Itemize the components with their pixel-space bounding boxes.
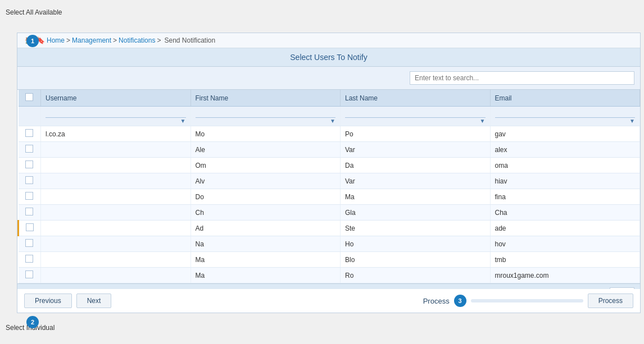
users-table: Username First Name Last Name Email ▼ xyxy=(17,90,640,283)
cell-username xyxy=(41,158,191,173)
filter-icon-firstname[interactable]: ▼ xyxy=(330,118,335,124)
row-checkbox[interactable] xyxy=(25,129,33,137)
filter-email-input[interactable] xyxy=(495,108,636,118)
filter-firstname[interactable]: ▼ xyxy=(191,107,341,126)
filter-icon-username[interactable]: ▼ xyxy=(180,118,186,124)
cell-last_name: Gla xyxy=(341,205,491,221)
cell-last_name: Ste xyxy=(341,221,491,236)
process-progress xyxy=(471,299,583,302)
breadcrumb-management[interactable]: Management xyxy=(72,36,111,44)
row-checkbox-cell xyxy=(19,142,41,158)
cell-first_name: Mo xyxy=(191,126,341,142)
previous-button[interactable]: Previous xyxy=(24,293,72,308)
breadcrumb-notifications[interactable]: Notifications xyxy=(119,36,155,44)
row-checkbox-cell xyxy=(19,189,41,205)
badge-2: 2 xyxy=(26,316,39,328)
row-checkbox-cell xyxy=(19,158,41,173)
row-checkbox[interactable] xyxy=(25,176,33,184)
cell-username xyxy=(41,268,191,283)
row-checkbox-cell xyxy=(19,126,41,142)
search-bar xyxy=(17,67,640,90)
cell-username: l.co.za xyxy=(41,126,191,142)
filter-lastname[interactable]: ▼ xyxy=(341,107,491,126)
cell-email: mroux1game.com xyxy=(490,268,640,283)
cell-last_name: Ho xyxy=(341,236,491,252)
cell-email: fina xyxy=(490,189,640,205)
row-checkbox-cell xyxy=(19,236,41,252)
cell-last_name: Ro xyxy=(341,268,491,283)
row-checkbox[interactable] xyxy=(25,239,33,247)
cell-first_name: Ad xyxy=(191,221,341,236)
badge-1: 1 xyxy=(26,35,39,47)
bottom-bar: Previous Next Process 3 Process xyxy=(17,289,641,313)
process-label: Process xyxy=(423,297,450,305)
col-lastname: Last Name xyxy=(341,90,491,107)
row-checkbox-cell xyxy=(19,205,41,221)
filter-email[interactable]: ▼ xyxy=(490,107,640,126)
page-title: Select Users To Notify xyxy=(17,48,640,67)
cell-email: gav xyxy=(490,126,640,142)
table-row: l.co.zaMoPogav xyxy=(19,126,640,142)
main-container: 🏠 🔖 Home > Management > Notifications > … xyxy=(17,33,641,304)
row-checkbox[interactable] xyxy=(25,192,33,200)
cell-username xyxy=(41,205,191,221)
row-checkbox[interactable] xyxy=(25,208,33,215)
filter-lastname-input[interactable] xyxy=(345,108,486,118)
breadcrumb-current: Send Notification xyxy=(164,36,215,44)
breadcrumb-sep-3: > xyxy=(157,36,161,44)
row-checkbox[interactable] xyxy=(26,223,34,231)
search-input[interactable] xyxy=(410,71,634,85)
cell-email: oma xyxy=(490,158,640,173)
cell-first_name: Ch xyxy=(191,205,341,221)
filter-username-input[interactable] xyxy=(46,108,186,118)
row-checkbox-cell xyxy=(19,268,41,283)
breadcrumb-sep-1: > xyxy=(66,36,70,44)
cell-last_name: Var xyxy=(341,142,491,158)
table-row: OmDaoma xyxy=(19,158,640,173)
cell-last_name: Po xyxy=(341,126,491,142)
filter-icon-lastname[interactable]: ▼ xyxy=(480,118,486,124)
table-row: MaBlotmb xyxy=(19,252,640,268)
cell-username xyxy=(41,173,191,189)
table-row: ChGlaCha xyxy=(19,205,640,221)
select-all-checkbox-header[interactable] xyxy=(19,90,41,107)
table-row: NaHohov xyxy=(19,236,640,252)
row-checkbox[interactable] xyxy=(25,160,33,168)
table-row: AleVaralex xyxy=(19,142,640,158)
cell-email: ade xyxy=(490,221,640,236)
cell-last_name: Da xyxy=(341,158,491,173)
cell-username xyxy=(41,221,191,236)
cell-first_name: Na xyxy=(191,236,341,252)
filter-icon-email[interactable]: ▼ xyxy=(629,118,635,124)
cell-email: Cha xyxy=(490,205,640,221)
row-checkbox-cell xyxy=(19,221,41,236)
filter-firstname-input[interactable] xyxy=(196,108,336,118)
table-body: l.co.zaMoPogavAleVaralexOmDaomaAlvVarhia… xyxy=(19,126,640,283)
table-row: AdSteade xyxy=(19,221,640,236)
table-row: MaRomroux1game.com xyxy=(19,268,640,283)
col-username: Username xyxy=(41,90,191,107)
checkbox-all[interactable] xyxy=(25,93,33,101)
cell-last_name: Blo xyxy=(341,252,491,268)
select-all-label: Select All Available xyxy=(6,8,62,16)
badge-3: 3 xyxy=(454,295,466,307)
breadcrumb-sep-2: > xyxy=(113,36,117,44)
filter-username[interactable]: ▼ xyxy=(41,107,191,126)
breadcrumb-home[interactable]: Home xyxy=(47,36,65,44)
col-firstname: First Name xyxy=(191,90,341,107)
row-checkbox[interactable] xyxy=(25,270,33,278)
cell-first_name: Alv xyxy=(191,173,341,189)
cell-username xyxy=(41,142,191,158)
filter-checkbox-col xyxy=(19,107,41,126)
cell-first_name: Om xyxy=(191,158,341,173)
row-checkbox[interactable] xyxy=(25,255,33,263)
cell-first_name: Do xyxy=(191,189,341,205)
next-button[interactable]: Next xyxy=(76,293,112,308)
breadcrumb: 🏠 🔖 Home > Management > Notifications > … xyxy=(17,33,640,48)
cell-email: hiav xyxy=(490,173,640,189)
cell-first_name: Ma xyxy=(191,268,341,283)
cell-email: alex xyxy=(490,142,640,158)
row-checkbox-cell xyxy=(19,252,41,268)
row-checkbox[interactable] xyxy=(25,145,33,153)
process-button[interactable]: Process xyxy=(588,293,633,308)
